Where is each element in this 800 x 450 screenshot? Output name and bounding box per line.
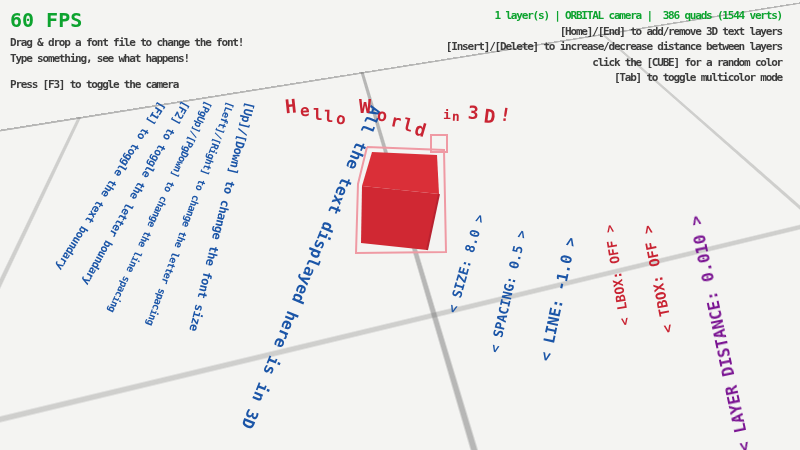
hint-add-remove-layers: [Home]/[End] to add/remove 3D text layer… bbox=[560, 25, 782, 38]
cube[interactable] bbox=[340, 125, 460, 265]
hint-layer-distance: [Insert]/[Delete] to increase/decrease d… bbox=[446, 40, 782, 53]
fps-counter: 60 FPS bbox=[10, 8, 82, 32]
hello-letter: n bbox=[452, 109, 460, 124]
hello-letter: H bbox=[284, 94, 298, 117]
hello-letter: l bbox=[313, 105, 323, 124]
status-bar: 1 layer(s) | ORBITAL camera | 386 quads … bbox=[495, 9, 782, 22]
hint-toggle-camera: Press [F3] to toggle the camera bbox=[10, 78, 178, 91]
cube-graphic bbox=[340, 125, 460, 265]
hello-letter: 3 bbox=[467, 102, 479, 124]
cube-front-face bbox=[361, 186, 439, 250]
hint-drag-drop-font: Drag & drop a font file to change the fo… bbox=[10, 36, 243, 49]
hello-letter: W bbox=[359, 94, 371, 118]
hello-letter: l bbox=[324, 107, 334, 126]
hello-letter: e bbox=[300, 101, 311, 120]
hello-letter: i bbox=[443, 107, 451, 122]
hint-type-something: Type something, see what happens! bbox=[10, 52, 189, 65]
hint-cube-color: click the [CUBE] for a random color bbox=[592, 56, 782, 69]
hint-multicolor-mode: [Tab] to toggle multicolor mode bbox=[614, 71, 782, 84]
